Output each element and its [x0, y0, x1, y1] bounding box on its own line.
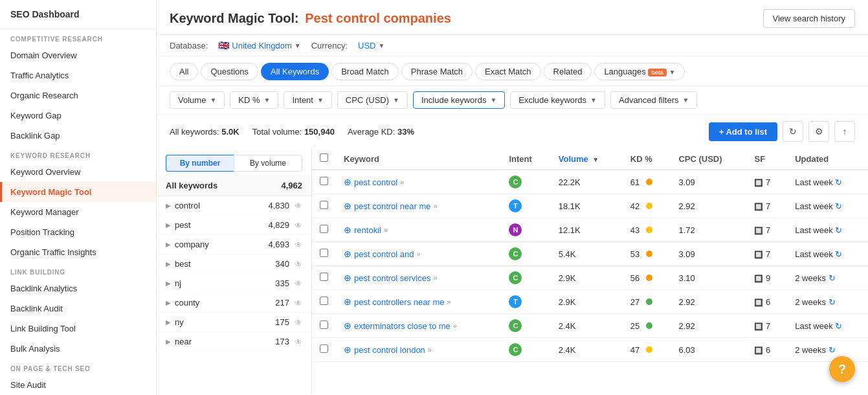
- select-all-checkbox[interactable]: [320, 153, 328, 162]
- left-panel-item[interactable]: ▶ ny 175 👁: [157, 313, 311, 332]
- tab-all[interactable]: All: [170, 63, 198, 80]
- export-button[interactable]: ↑: [834, 121, 855, 142]
- keyword-link[interactable]: ⊕ exterminators close to me »: [344, 321, 493, 331]
- refresh-icon[interactable]: ↻: [835, 321, 842, 331]
- filter-kd[interactable]: KD % ▼: [230, 91, 278, 109]
- tab-exact-match[interactable]: Exact Match: [475, 63, 541, 80]
- refresh-icon[interactable]: ↻: [829, 273, 836, 283]
- table-row: ⊕ pest control and »C5.4K53 3.09🔲 7Last …: [312, 242, 868, 266]
- row-checkbox[interactable]: [320, 177, 328, 185]
- sidebar-item-backlink-analytics[interactable]: Backlink Analytics: [0, 278, 156, 299]
- keywords-table-panel: KeywordIntentVolume ▼KD %CPC (USD)SFUpda…: [312, 148, 868, 394]
- database-country-link[interactable]: 🇬🇧 United Kingdom ▼: [218, 40, 300, 51]
- row-checkbox[interactable]: [320, 273, 328, 281]
- row-checkbox[interactable]: [320, 201, 328, 209]
- tab-languages[interactable]: Languages beta ▼: [594, 63, 685, 80]
- uk-flag-icon: 🇬🇧: [218, 40, 229, 51]
- sidebar-item-keyword-overview[interactable]: Keyword Overview: [0, 162, 156, 182]
- sidebar-item-bulk-analysis[interactable]: Bulk Analysis: [0, 339, 156, 359]
- currency-link[interactable]: USD ▼: [358, 41, 384, 51]
- tab-all-keywords[interactable]: All Keywords: [261, 63, 329, 80]
- filter-advanced-filters[interactable]: Advanced filters ▼: [610, 91, 697, 109]
- keyword-link[interactable]: ⊕ pest control services »: [344, 273, 493, 283]
- by-volume-button[interactable]: By volume: [234, 155, 302, 172]
- tab-broad-match[interactable]: Broad Match: [331, 63, 399, 80]
- row-checkbox[interactable]: [320, 344, 328, 353]
- sidebar-item-domain-overview[interactable]: Domain Overview: [0, 45, 156, 65]
- col-header-updated[interactable]: Updated: [787, 148, 868, 170]
- row-checkbox[interactable]: [320, 321, 328, 329]
- sidebar-item-keyword-magic-tool[interactable]: Keyword Magic Tool: [0, 182, 156, 202]
- add-to-list-button[interactable]: + Add to list: [709, 122, 777, 141]
- keyword-arrow-icon: »: [434, 274, 438, 282]
- eye-icon[interactable]: 👁: [295, 279, 302, 288]
- row-checkbox[interactable]: [320, 225, 328, 233]
- filter-intent[interactable]: Intent ▼: [284, 91, 331, 109]
- view-history-button[interactable]: View search history: [763, 9, 855, 28]
- col-header-keyword: Keyword: [336, 148, 501, 170]
- filter-cpc[interactable]: CPC (USD) ▼: [337, 91, 408, 109]
- left-panel-item[interactable]: ▶ county 217 👁: [157, 293, 311, 313]
- sidebar-item-organic-research[interactable]: Organic Research: [0, 85, 156, 106]
- eye-icon[interactable]: 👁: [295, 337, 302, 346]
- left-panel-item[interactable]: ▶ best 340 👁: [157, 254, 311, 274]
- left-row-right: 340 👁: [275, 259, 302, 269]
- refresh-icon[interactable]: ↻: [835, 249, 842, 259]
- help-button[interactable]: ?: [829, 356, 855, 382]
- row-checkbox[interactable]: [320, 249, 328, 257]
- tab-questions[interactable]: Questions: [201, 63, 258, 80]
- eye-icon[interactable]: 👁: [295, 318, 302, 327]
- eye-icon[interactable]: 👁: [295, 221, 302, 230]
- keyword-link[interactable]: ⊕ pest control »: [344, 177, 493, 187]
- left-panel-item[interactable]: ▶ company 4,693 👁: [157, 235, 311, 254]
- col-header-volume[interactable]: Volume ▼: [551, 148, 623, 170]
- sidebar-item-keyword-gap[interactable]: Keyword Gap: [0, 106, 156, 126]
- tab-phrase-match[interactable]: Phrase Match: [401, 63, 473, 80]
- stats-right: + Add to list ↻ ⚙ ↑: [709, 121, 855, 142]
- col-header-intent[interactable]: Intent: [501, 148, 550, 170]
- settings-button[interactable]: ⚙: [808, 121, 829, 142]
- refresh-icon[interactable]: ↻: [835, 201, 842, 211]
- col-header-kd[interactable]: KD %: [623, 148, 671, 170]
- refresh-icon[interactable]: ↻: [829, 345, 836, 355]
- left-all-keywords-row[interactable]: All keywords 4,962: [157, 175, 311, 196]
- eye-icon[interactable]: 👁: [295, 201, 302, 210]
- eye-icon[interactable]: 👁: [295, 299, 302, 308]
- eye-icon[interactable]: 👁: [295, 260, 302, 269]
- left-panel-item[interactable]: ▶ nj 335 👁: [157, 274, 311, 293]
- sidebar-item-backlink-audit[interactable]: Backlink Audit: [0, 299, 156, 319]
- refresh-icon[interactable]: ↻: [835, 225, 842, 235]
- table-row: ⊕ exterminators close to me »C2.4K25 2.9…: [312, 314, 868, 338]
- row-checkbox[interactable]: [320, 297, 328, 305]
- keyword-link[interactable]: ⊕ pest control london »: [344, 344, 493, 355]
- sidebar-item-backlink-gap[interactable]: Backlink Gap: [0, 126, 156, 146]
- col-header-sf[interactable]: SF: [746, 148, 787, 170]
- filter-exclude-keywords[interactable]: Exclude keywords ▼: [510, 91, 605, 109]
- sidebar-item-traffic-analytics[interactable]: Traffic Analytics: [0, 65, 156, 85]
- add-keyword-icon: ⊕: [344, 344, 351, 355]
- intent-badge: C: [509, 319, 522, 332]
- sidebar-item-organic-traffic-insights[interactable]: Organic Traffic Insights: [0, 242, 156, 262]
- tab-related[interactable]: Related: [544, 63, 592, 80]
- keyword-link[interactable]: ⊕ rentokil »: [344, 225, 493, 235]
- keyword-link[interactable]: ⊕ pest control near me »: [344, 201, 493, 211]
- sidebar-item-link-building-tool[interactable]: Link Building Tool: [0, 319, 156, 339]
- refresh-button[interactable]: ↻: [783, 121, 803, 142]
- intent-cell: C: [501, 266, 550, 290]
- keyword-link[interactable]: ⊕ pest controllers near me »: [344, 297, 493, 307]
- refresh-icon[interactable]: ↻: [835, 177, 842, 187]
- sidebar-item-site-audit[interactable]: Site Audit: [0, 375, 156, 395]
- eye-icon[interactable]: 👁: [295, 240, 302, 249]
- refresh-icon[interactable]: ↻: [829, 297, 836, 307]
- filter-include-keywords[interactable]: Include keywords ▼: [413, 91, 505, 109]
- left-panel-item[interactable]: ▶ near 173 👁: [157, 332, 311, 352]
- sidebar-item-position-tracking[interactable]: Position Tracking: [0, 222, 156, 242]
- left-panel-item[interactable]: ▶ pest 4,829 👁: [157, 216, 311, 235]
- filter-volume[interactable]: Volume ▼: [170, 91, 225, 109]
- col-header-cpc[interactable]: CPC (USD): [671, 148, 746, 170]
- keyword-link[interactable]: ⊕ pest control and »: [344, 249, 493, 259]
- kd-cell: 56: [623, 266, 671, 290]
- by-number-button[interactable]: By number: [166, 155, 234, 172]
- sidebar-item-keyword-manager[interactable]: Keyword Manager: [0, 202, 156, 222]
- left-panel-item[interactable]: ▶ control 4,830 👁: [157, 196, 311, 216]
